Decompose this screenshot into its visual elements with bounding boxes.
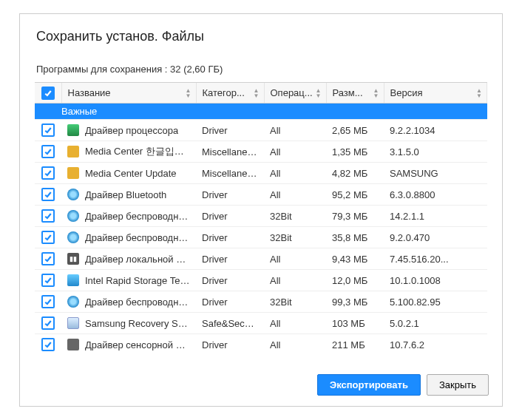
disc-icon [67,210,79,222]
disc-icon [67,231,79,243]
col-version[interactable]: Версия ▲▼ [384,83,487,104]
row-version: 10.7.6.2 [384,334,487,355]
row-check-cell [35,270,61,291]
row-category: Driver [196,248,264,270]
row-name-label: Media Center Update [85,168,177,179]
row-category: Driver [196,184,264,206]
row-checkbox[interactable] [41,123,55,137]
row-checkbox[interactable] [41,166,55,180]
row-checkbox[interactable] [41,338,55,351]
table-row[interactable]: Драйвер беспроводной...Driver32Bit79,3 М… [35,206,487,227]
group-row-important[interactable]: Важные [35,104,487,120]
row-os: All [264,313,326,334]
sort-icon: ▲▼ [476,88,482,98]
row-name-label: Драйвер сенсорной па... [85,339,190,350]
row-check-cell [35,141,61,163]
row-check-cell [35,206,61,227]
row-name-cell: Media Center 한글입력기 [61,141,196,163]
row-name-label: Драйвер беспроводной... [85,297,190,308]
row-name-label: Драйвер беспроводной... [85,232,190,243]
row-checkbox[interactable] [41,252,55,265]
row-check-cell [35,163,61,184]
row-size: 95,2 МБ [326,184,384,206]
row-category: Safe&Security [196,313,264,334]
col-name[interactable]: Название ▲▼ [61,83,196,104]
row-size: 1,35 МБ [326,141,384,163]
row-size: 103 МБ [326,313,384,334]
col-category-label: Категор... [203,87,245,98]
table-row[interactable]: Media Center UpdateMiscellaneousAll4,82 … [35,163,487,184]
row-os: All [264,334,326,355]
table-row[interactable]: ▮▮Драйвер локальной сетиDriverAll9,43 МБ… [35,248,487,270]
col-os[interactable]: Операц... ▲▼ [264,83,326,104]
dialog-subtitle: Программы для сохранения : 32 (2,60 ГБ) [20,44,502,79]
table-row[interactable]: Драйвер беспроводной...Driver32Bit99,3 М… [35,291,487,313]
dialog-title: Сохранить установ. Файлы [20,14,502,44]
close-button[interactable]: Закрыть [427,374,489,396]
row-version: 9.2.0.470 [384,227,487,248]
row-name-label: Samsung Recovery Solut... [85,318,190,329]
row-version: SAMSUNG [384,163,487,184]
col-name-label: Название [68,87,111,98]
row-checkbox[interactable] [41,295,55,308]
sort-icon: ▲▼ [316,88,322,98]
row-size: 35,8 МБ [326,227,384,248]
row-category: Driver [196,120,264,141]
media-icon [67,146,79,158]
row-check-cell [35,184,61,206]
row-category: Driver [196,206,264,227]
row-check-cell [35,334,61,355]
row-checkbox[interactable] [41,145,55,158]
row-name-label: Драйвер беспроводной... [85,211,190,222]
row-category: Miscellaneous [196,163,264,184]
row-checkbox[interactable] [41,209,55,223]
table-row[interactable]: Драйвер BluetoothDriverAll95,2 МБ6.3.0.8… [35,184,487,206]
drivers-table-scroll[interactable]: Название ▲▼ Категор... ▲▼ Операц... ▲▼ Р… [35,82,487,354]
row-size: 99,3 МБ [326,291,384,313]
row-version: 7.45.516.20... [384,248,487,270]
row-category: Driver [196,270,264,291]
col-os-label: Операц... [271,87,313,98]
row-name-cell: Samsung Recovery Solut... [61,313,196,334]
row-name-cell: Драйвер сенсорной па... [61,334,196,355]
row-category: Miscellaneous [196,141,264,163]
row-checkbox[interactable] [41,316,55,330]
table-row[interactable]: Драйвер процессораDriverAll2,65 МБ9.2.2.… [35,120,487,141]
row-os: All [264,248,326,270]
table-row[interactable]: Intel Rapid Storage Tech...DriverAll12,0… [35,270,487,291]
export-button[interactable]: Экспортировать [317,374,421,396]
row-size: 2,65 МБ [326,120,384,141]
row-name-label: Драйвер процессора [85,125,178,136]
row-name-cell: Драйвер беспроводной... [61,291,196,313]
row-name-label: Драйвер Bluetooth [85,189,166,200]
disc-icon [67,189,79,200]
sort-icon: ▲▼ [373,88,379,98]
disc-icon [67,296,79,308]
row-checkbox[interactable] [41,188,55,201]
row-checkbox[interactable] [41,274,55,287]
row-checkbox[interactable] [41,231,55,244]
col-category[interactable]: Категор... ▲▼ [196,83,264,104]
select-all-checkbox[interactable] [41,87,55,100]
col-size[interactable]: Разм... ▲▼ [326,83,384,104]
row-size: 79,3 МБ [326,206,384,227]
table-row[interactable]: Драйвер сенсорной па...DriverAll211 МБ10… [35,334,487,355]
header-check-cell [35,83,61,104]
col-size-label: Разм... [333,87,363,98]
row-os: 32Bit [264,227,326,248]
table-row[interactable]: Драйвер беспроводной...Driver32Bit35,8 М… [35,227,487,248]
row-name-label: Intel Rapid Storage Tech... [85,275,190,286]
row-os: All [264,184,326,206]
save-install-files-dialog: Сохранить установ. Файлы Программы для с… [19,13,503,407]
row-os: All [264,120,326,141]
table-row[interactable]: Media Center 한글입력기MiscellaneousAll1,35 М… [35,141,487,163]
row-name-cell: Драйвер Bluetooth [61,184,196,206]
touch-icon [67,339,79,350]
row-size: 12,0 МБ [326,270,384,291]
row-check-cell [35,248,61,270]
group-label: Важные [35,104,487,120]
row-size: 4,82 МБ [326,163,384,184]
row-version: 5.0.2.1 [384,313,487,334]
table-row[interactable]: Samsung Recovery Solut...Safe&SecurityAl… [35,313,487,334]
row-category: Driver [196,227,264,248]
